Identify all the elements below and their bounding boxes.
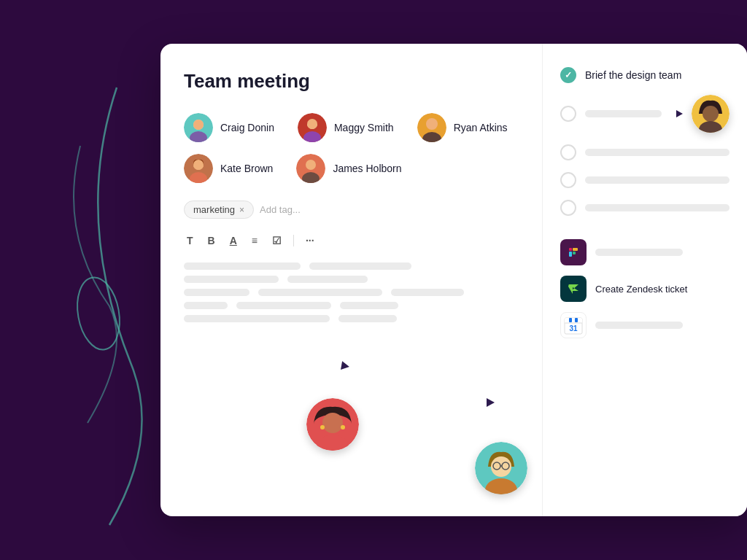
left-panel: Team meeting Craig Donin [160, 44, 543, 516]
svg-point-22 [341, 425, 345, 429]
task-item-2[interactable] [560, 95, 729, 133]
task-checkbox-4[interactable] [560, 172, 576, 188]
member-name-craig: Craig Donin [220, 122, 274, 133]
member-james[interactable]: James Holborn [296, 154, 401, 183]
member-name-kate: Kate Brown [220, 163, 273, 174]
svg-point-25 [491, 456, 511, 477]
avatar-kate [184, 154, 213, 183]
zendesk-icon [560, 276, 587, 302]
task-list: Brief the design team [560, 67, 729, 216]
toolbar-bold-btn[interactable]: B [205, 233, 218, 248]
member-name-ryan: Ryan Atkins [454, 122, 508, 133]
task-line-4 [585, 176, 729, 184]
text-line [184, 276, 279, 283]
team-members-list: Craig Donin Maggy Smith [184, 113, 519, 183]
cursor-1 [341, 361, 350, 371]
integrations-list: Create Zendesk ticket 31 [560, 239, 729, 338]
text-line [258, 289, 382, 296]
svg-point-4 [193, 120, 204, 130]
svg-point-20 [322, 413, 343, 433]
svg-rect-34 [569, 252, 572, 257]
svg-rect-33 [569, 248, 572, 251]
integration-gcal[interactable]: 31 [560, 312, 729, 338]
cursor-2 [487, 398, 495, 407]
content-line-2 [184, 276, 519, 283]
toolbar-text-btn[interactable]: T [184, 233, 196, 248]
task-text-1: Brief the design team [585, 69, 729, 81]
member-ryan[interactable]: Ryan Atkins [417, 113, 508, 142]
avatar-james [296, 154, 325, 183]
toolbar-check-btn[interactable]: ☑ [269, 233, 285, 248]
content-line-3 [184, 289, 519, 296]
member-maggy[interactable]: Maggy Smith [298, 113, 394, 142]
svg-rect-36 [573, 252, 576, 254]
text-line [184, 315, 330, 322]
toolbar-list-btn[interactable]: ≡ [249, 233, 260, 248]
team-row-1: Craig Donin Maggy Smith [184, 113, 519, 142]
team-row-2: Kate Brown James Holborn [184, 154, 519, 183]
integration-slack[interactable] [560, 239, 729, 265]
task-label-1: Brief the design team [585, 69, 681, 81]
text-line [184, 302, 228, 309]
right-cursor [676, 110, 683, 117]
avatar-craig [184, 113, 213, 142]
float-avatar-right [692, 95, 729, 133]
zendesk-label: Create Zendesk ticket [595, 284, 687, 295]
page-title: Team meeting [184, 70, 519, 93]
add-tag-button[interactable]: Add tag... [260, 204, 301, 215]
text-line [309, 262, 411, 270]
gcal-icon: 31 [560, 312, 587, 338]
slack-icon [560, 239, 587, 265]
task-checkbox-2[interactable] [560, 106, 576, 122]
text-line [184, 289, 249, 296]
svg-rect-43 [575, 318, 578, 322]
member-craig[interactable]: Craig Donin [184, 113, 274, 142]
text-toolbar: T B A ≡ ☑ ··· [184, 233, 519, 248]
content-area [184, 262, 519, 322]
task-line-3 [585, 149, 729, 156]
tags-row: marketing × Add tag... [184, 201, 519, 219]
svg-text:31: 31 [569, 324, 578, 332]
toolbar-underline-btn[interactable]: A [227, 233, 240, 248]
float-avatar-2 [475, 442, 527, 494]
member-kate[interactable]: Kate Brown [184, 154, 273, 183]
avatar-ryan [417, 113, 446, 142]
content-line-5 [184, 315, 519, 322]
svg-rect-42 [569, 318, 572, 322]
slack-line [595, 249, 683, 256]
svg-point-8 [307, 119, 317, 129]
toolbar-divider [293, 235, 294, 246]
integration-zendesk[interactable]: Create Zendesk ticket [560, 276, 729, 302]
task-item-4[interactable] [560, 172, 729, 188]
toolbar-more-btn[interactable]: ··· [303, 233, 317, 248]
text-line [184, 262, 301, 270]
task-item-5[interactable] [560, 200, 729, 216]
task-checkbox-3[interactable] [560, 144, 576, 160]
task-checkbox-1[interactable] [560, 67, 576, 83]
avatar-maggy [298, 113, 327, 142]
task-line-5 [585, 204, 729, 211]
text-line [287, 276, 368, 283]
main-card: Team meeting Craig Donin [160, 44, 747, 516]
task-checkbox-5[interactable] [560, 200, 576, 216]
text-line [391, 289, 464, 296]
svg-point-21 [320, 425, 325, 429]
gcal-line [595, 322, 683, 329]
member-name-james: James Holborn [333, 163, 401, 174]
tag-close-icon[interactable]: × [239, 205, 244, 215]
task-line-2 [585, 110, 662, 117]
tag-marketing[interactable]: marketing × [184, 201, 254, 219]
task-item-1[interactable]: Brief the design team [560, 67, 729, 83]
text-line [236, 302, 331, 309]
content-line-4 [184, 302, 519, 309]
svg-point-17 [306, 160, 316, 170]
task-item-3[interactable] [560, 144, 729, 160]
text-line [338, 315, 397, 322]
svg-point-31 [703, 106, 719, 122]
right-panel: Brief the design team [543, 44, 747, 516]
float-avatar-1 [306, 398, 359, 451]
content-line-1 [184, 262, 519, 270]
svg-point-10 [426, 118, 438, 130]
member-name-maggy: Maggy Smith [334, 122, 394, 133]
svg-point-15 [193, 160, 204, 170]
